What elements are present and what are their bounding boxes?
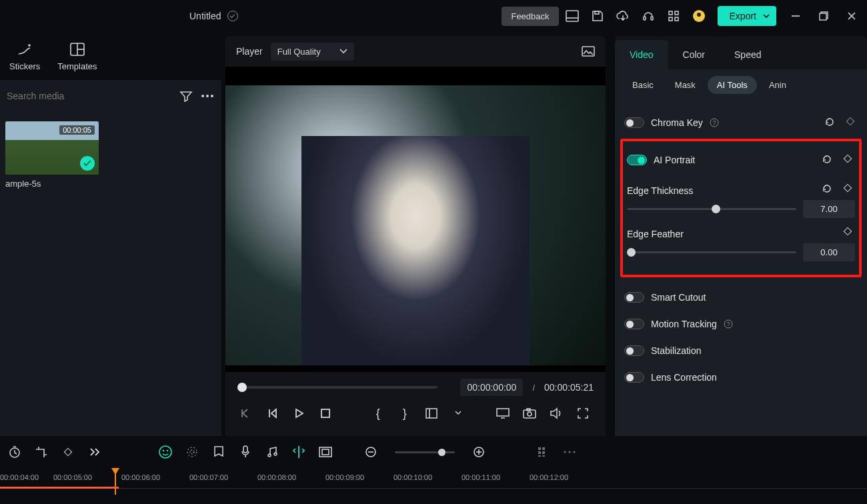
quality-select[interactable]: Full Quality — [271, 43, 354, 61]
diamond-icon[interactable] — [60, 444, 76, 460]
play-icon[interactable] — [291, 405, 307, 421]
svg-text:?: ? — [712, 119, 716, 126]
chroma-key-toggle[interactable] — [624, 117, 644, 128]
display-icon[interactable] — [495, 405, 511, 421]
music-icon[interactable] — [264, 444, 280, 460]
preview-area: 00:00:00:00 / 00:00:05:21 { } — [225, 67, 606, 436]
templates-tab[interactable]: Templates — [57, 41, 97, 71]
prev-frame-icon[interactable] — [237, 405, 253, 421]
timeline-panel: 00:00:04:00 00:00:05:00 00:00:06:00 00:0… — [0, 436, 867, 504]
chevron-down-icon[interactable] — [450, 405, 466, 421]
expand-icon[interactable] — [87, 444, 103, 460]
reset-icon[interactable] — [822, 183, 834, 195]
edge-feather-slider[interactable] — [627, 251, 796, 253]
apps-grid-icon[interactable] — [667, 9, 680, 23]
chroma-key-label: Chroma Key — [651, 117, 703, 128]
timeline-ruler[interactable]: 00:00:04:00 00:00:05:00 00:00:06:00 00:0… — [0, 468, 867, 487]
timer-icon[interactable] — [7, 444, 23, 460]
reset-icon[interactable] — [822, 154, 834, 166]
crop-icon[interactable] — [33, 444, 49, 460]
keyframe-icon[interactable] — [843, 154, 855, 166]
svg-point-14 — [28, 44, 31, 47]
edge-thickness-value[interactable]: 7.00 — [803, 200, 855, 218]
app-body: Stickers Templates 00:00:05 ample-5s Pla… — [0, 32, 867, 436]
ratio-icon[interactable] — [423, 405, 440, 421]
group-icon[interactable] — [317, 444, 333, 460]
seek-slider[interactable] — [237, 386, 438, 389]
stickers-tab[interactable]: Stickers — [9, 41, 40, 71]
timeline-track-area[interactable] — [0, 487, 867, 504]
volume-icon[interactable] — [548, 405, 564, 421]
filter-icon[interactable] — [179, 89, 193, 103]
more-icon[interactable] — [200, 89, 215, 103]
svg-rect-5 — [669, 11, 672, 15]
camera-icon[interactable] — [522, 405, 538, 421]
svg-rect-24 — [321, 409, 329, 417]
svg-text:?: ? — [726, 321, 730, 327]
svg-rect-62 — [538, 455, 541, 457]
snapshot-icon[interactable] — [582, 45, 595, 58]
search-input[interactable] — [7, 91, 172, 101]
zoom-out-icon[interactable] — [363, 444, 379, 460]
avatar-icon[interactable] — [692, 9, 706, 23]
subtab-basic[interactable]: Basic — [623, 76, 663, 94]
svg-point-43 — [163, 450, 165, 452]
subtab-anim[interactable]: Anin — [760, 76, 796, 94]
motion-tracking-toggle[interactable] — [624, 319, 644, 329]
help-icon[interactable]: ? — [710, 118, 719, 127]
stabilization-toggle[interactable] — [624, 345, 644, 356]
media-panel-tabs: Stickers Templates — [0, 32, 221, 80]
sparkle-icon[interactable] — [184, 444, 200, 460]
lens-correction-toggle[interactable] — [624, 372, 644, 383]
step-back-icon[interactable] — [264, 405, 280, 421]
media-grid: 00:00:05 ample-5s — [0, 112, 221, 436]
fullscreen-icon[interactable] — [575, 405, 591, 421]
ai-face-icon[interactable] — [157, 444, 173, 460]
stop-icon[interactable] — [317, 405, 333, 421]
keyframe-icon[interactable] — [846, 117, 858, 129]
svg-rect-51 — [319, 447, 331, 457]
edge-thickness-slider[interactable] — [627, 208, 796, 210]
mark-out-icon[interactable]: } — [397, 405, 413, 421]
zoom-slider[interactable] — [395, 451, 455, 453]
subtab-mask[interactable]: Mask — [666, 76, 705, 94]
export-button[interactable]: Export — [718, 6, 776, 26]
feedback-button[interactable]: Feedback — [502, 7, 558, 26]
split-icon[interactable] — [291, 444, 307, 460]
cloud-download-icon[interactable] — [616, 9, 630, 23]
tab-color[interactable]: Color — [668, 40, 720, 69]
ai-portrait-toggle[interactable] — [627, 155, 647, 165]
svg-point-45 — [190, 450, 194, 454]
smart-cutout-toggle[interactable] — [624, 292, 644, 303]
track-view-icon[interactable] — [535, 444, 551, 460]
svg-rect-47 — [243, 446, 247, 453]
help-icon[interactable]: ? — [724, 319, 733, 329]
tab-video[interactable]: Video — [615, 40, 668, 69]
zoom-in-icon[interactable] — [471, 444, 487, 460]
keyframe-icon[interactable] — [843, 227, 855, 239]
mark-in-icon[interactable]: { — [370, 405, 386, 421]
svg-point-19 — [206, 95, 209, 97]
media-clip-thumb[interactable]: 00:00:05 — [5, 121, 99, 175]
player-panel: Player Full Quality 00:00:00:00 / 00:00:… — [225, 32, 606, 436]
layout-icon[interactable] — [566, 9, 579, 23]
preview-image[interactable] — [225, 85, 606, 365]
tab-speed[interactable]: Speed — [720, 40, 776, 69]
save-icon[interactable] — [591, 9, 604, 23]
maximize-icon[interactable] — [818, 10, 830, 22]
close-icon[interactable] — [846, 10, 858, 22]
top-icon-group — [566, 9, 706, 23]
svg-point-20 — [211, 95, 213, 97]
marker-icon[interactable] — [211, 444, 227, 460]
headset-icon[interactable] — [642, 9, 655, 23]
keyframe-icon[interactable] — [843, 183, 855, 195]
stabilization-label: Stabilization — [651, 345, 702, 356]
reset-icon[interactable] — [824, 117, 836, 129]
more-dots-icon[interactable] — [562, 444, 578, 460]
edge-feather-value[interactable]: 0.00 — [803, 243, 855, 261]
minimize-icon[interactable] — [790, 10, 802, 22]
subtab-aitools[interactable]: AI Tools — [708, 76, 757, 94]
templates-icon — [68, 41, 87, 57]
mic-icon[interactable] — [237, 444, 253, 460]
svg-rect-3 — [644, 17, 646, 20]
